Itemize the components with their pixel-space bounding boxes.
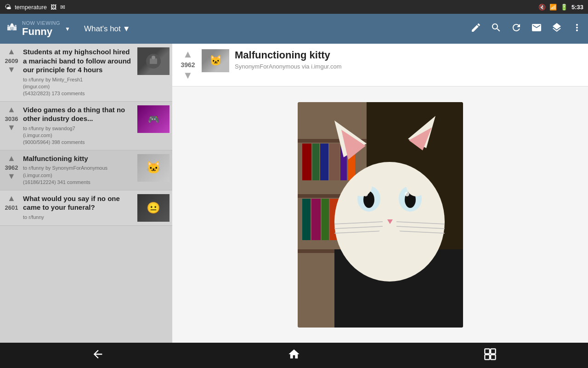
- item-content: Students at my highschool hired a mariac…: [23, 47, 135, 98]
- post-title: Students at my highschool hired a mariac…: [23, 47, 135, 75]
- now-viewing-label: NOW VIEWING: [22, 20, 60, 26]
- post-title: Video games do a thing that no other ind…: [23, 105, 135, 123]
- post-meta: to r/funny: [23, 214, 135, 221]
- temperature-display: temperature: [15, 4, 47, 11]
- nav-action-icons: [470, 22, 582, 35]
- svg-rect-22: [322, 199, 329, 240]
- compose-icon[interactable]: [470, 22, 481, 35]
- nav-title-block: NOW VIEWING Funny: [22, 20, 60, 38]
- svg-rect-21: [311, 199, 321, 240]
- svg-rect-1: [12, 28, 13, 29]
- weather-icon: 🌤: [5, 3, 11, 11]
- item-content: Video games do a thing that no other ind…: [23, 105, 135, 146]
- vote-count: 2609: [5, 58, 18, 64]
- post-meta: to r/funny by SynonymForAnonymous(i.imgu…: [23, 165, 135, 186]
- title-dropdown-arrow[interactable]: ▼: [65, 26, 70, 32]
- post-thumbnail: 😐: [137, 194, 170, 222]
- vote-section: ▲ 2609 ▼: [3, 47, 20, 98]
- item-content: What would you say if no one came to you…: [23, 194, 135, 222]
- svg-rect-17: [329, 144, 339, 180]
- gmail-icon: ✉: [60, 4, 65, 11]
- svg-point-50: [362, 231, 417, 268]
- list-item[interactable]: ▲ 3036 ▼ Video games do a thing that no …: [0, 102, 172, 150]
- post-meta: to r/funny by swandog7(i.imgur.com)(9000…: [23, 125, 135, 146]
- detail-thumbnail: 🐱: [202, 49, 229, 72]
- search-icon[interactable]: [491, 22, 502, 35]
- detail-vote-count: 3962: [181, 61, 195, 69]
- detail-image-area: [172, 86, 588, 343]
- downvote-button[interactable]: ▼: [7, 65, 16, 74]
- vote-section: ▲ 3036 ▼: [3, 105, 20, 146]
- bottom-nav-bar: [0, 343, 588, 368]
- svg-point-5: [7, 25, 9, 27]
- post-thumbnail: [137, 47, 170, 75]
- list-item[interactable]: ▲ 2609 ▼ Students at my highschool hired…: [0, 44, 172, 102]
- detail-vote-section: ▲ 3962 ▼: [180, 49, 196, 80]
- svg-point-8: [152, 56, 155, 59]
- downvote-button[interactable]: ▼: [7, 123, 16, 132]
- svg-rect-51: [485, 349, 490, 354]
- layers-icon[interactable]: [551, 22, 562, 35]
- svg-rect-52: [491, 349, 496, 354]
- mute-icon: 🔇: [538, 4, 546, 11]
- post-list-panel: ▲ 2609 ▼ Students at my highschool hired…: [0, 44, 172, 343]
- detail-header: ▲ 3962 ▼ 🐱 Malfunctioning kitty SynonymF…: [172, 44, 588, 86]
- detail-downvote-button[interactable]: ▼: [183, 70, 193, 80]
- back-button[interactable]: [91, 348, 104, 363]
- subreddit-title: Funny: [22, 26, 60, 38]
- detail-post-title: Malfunctioning kitty: [235, 49, 581, 61]
- post-title: What would you say if no one came to you…: [23, 194, 135, 212]
- svg-rect-20: [302, 199, 311, 240]
- reddit-icon: [6, 21, 18, 37]
- mail-icon[interactable]: [531, 22, 542, 35]
- home-button[interactable]: [288, 348, 300, 363]
- downvote-button[interactable]: ▼: [7, 172, 16, 180]
- whats-hot-section[interactable]: What's hot ▼: [84, 24, 130, 34]
- svg-point-4: [15, 25, 17, 27]
- status-bar: 🌤 temperature 🖼 ✉ 🔇 📶 🔋 5:33: [0, 0, 588, 14]
- detail-post-meta: SynonymForAnonymous via i.imgur.com: [235, 63, 581, 70]
- wifi-icon: 📶: [549, 4, 557, 11]
- list-item[interactable]: ▲ 2601 ▼ What would you say if no one ca…: [0, 190, 172, 226]
- whats-hot-arrow: ▼: [123, 24, 130, 34]
- status-icons-left: 🌤 temperature 🖼 ✉: [5, 3, 65, 11]
- item-content: Malfunctioning kitty to r/funny by Synon…: [23, 154, 135, 186]
- main-content: ▲ 2609 ▼ Students at my highschool hired…: [0, 44, 588, 343]
- post-title: Malfunctioning kitty: [23, 154, 135, 163]
- time-display: 5:33: [571, 4, 583, 11]
- upvote-button[interactable]: ▲: [7, 105, 16, 114]
- vote-count: 3962: [5, 164, 18, 171]
- upvote-button[interactable]: ▲: [7, 154, 16, 162]
- svg-rect-53: [485, 355, 490, 360]
- vote-count: 3036: [5, 115, 18, 122]
- battery-icon: 🔋: [560, 4, 568, 11]
- svg-rect-15: [312, 144, 319, 180]
- post-thumbnail: 🎮: [137, 105, 170, 133]
- whats-hot-label: What's hot: [84, 24, 121, 34]
- list-item[interactable]: ▲ 3962 ▼ Malfunctioning kitty to r/funny…: [0, 150, 172, 190]
- svg-rect-54: [491, 355, 496, 360]
- vote-section: ▲ 2601 ▼: [3, 194, 20, 222]
- svg-rect-16: [320, 144, 328, 180]
- svg-point-2: [11, 23, 13, 26]
- more-options-icon[interactable]: [571, 22, 582, 35]
- upvote-button[interactable]: ▲: [7, 194, 16, 202]
- app-logo: NOW VIEWING Funny ▼: [6, 20, 70, 38]
- detail-upvote-button[interactable]: ▲: [183, 49, 193, 59]
- post-thumbnail: 🐱: [137, 154, 170, 182]
- image-icon: 🖼: [51, 4, 57, 11]
- refresh-icon[interactable]: [511, 22, 522, 35]
- detail-title-block: Malfunctioning kitty SynonymForAnonymous…: [235, 49, 581, 70]
- svg-rect-14: [302, 144, 311, 180]
- recent-apps-button[interactable]: [484, 348, 497, 363]
- nav-bar: NOW VIEWING Funny ▼ What's hot ▼: [0, 14, 588, 44]
- post-meta: to r/funny by Minty_Fresh1(imgur.com)(54…: [23, 76, 135, 98]
- detail-panel: ▲ 3962 ▼ 🐱 Malfunctioning kitty SynonymF…: [172, 44, 588, 343]
- svg-point-48: [352, 173, 372, 196]
- cat-image: [298, 102, 463, 328]
- vote-count: 2601: [5, 204, 18, 211]
- svg-rect-0: [11, 28, 11, 29]
- upvote-button[interactable]: ▲: [7, 47, 16, 56]
- svg-point-49: [406, 173, 426, 196]
- vote-section: ▲ 3962 ▼: [3, 154, 20, 186]
